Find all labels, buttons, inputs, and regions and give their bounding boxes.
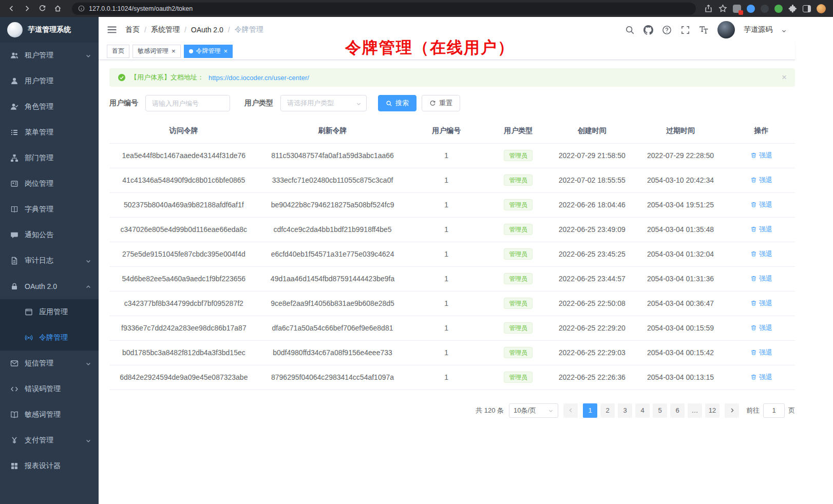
reset-button[interactable]: 重置 — [422, 95, 460, 111]
page-button[interactable]: 12 — [705, 403, 720, 418]
sidebar-item[interactable]: 审计日志 — [0, 248, 99, 274]
breadcrumb-item[interactable]: 首页 — [125, 25, 140, 34]
extension-dark-icon[interactable] — [761, 5, 769, 13]
user-type-select[interactable]: 请选择用户类型 — [280, 95, 367, 111]
page-button[interactable]: 4 — [635, 403, 650, 418]
badge-icon — [10, 180, 18, 188]
cell-actions: 强退 — [728, 266, 795, 291]
search-icon[interactable] — [625, 25, 635, 35]
goto-page-input[interactable] — [763, 403, 785, 418]
tab-item[interactable]: 敏感词管理× — [132, 45, 181, 58]
page-button[interactable]: 2 — [600, 403, 615, 418]
sidebar-item[interactable]: 租户管理 — [0, 43, 99, 68]
page-button[interactable]: 5 — [653, 403, 667, 418]
tab-item[interactable]: 首页 — [107, 45, 129, 58]
sidebar-item[interactable]: 敏感词管理 — [0, 402, 99, 428]
force-logout-button[interactable]: 强退 — [750, 373, 772, 382]
hamburger-icon[interactable] — [107, 25, 117, 35]
trash-icon — [750, 177, 757, 183]
sidebar-item[interactable]: OAuth 2.0 — [0, 274, 99, 299]
share-icon[interactable] — [704, 4, 713, 13]
font-size-icon[interactable] — [699, 25, 709, 35]
app-title: 芋道管理系统 — [28, 25, 71, 34]
cell-access-token: 502375b8040a469a9b82188afdf6af1f — [109, 192, 258, 217]
browser-extensions-area — [704, 4, 828, 13]
search-button[interactable]: 搜索 — [378, 95, 416, 111]
force-logout-button[interactable]: 强退 — [750, 274, 772, 283]
sidebar-subitem-label: 应用管理 — [39, 307, 91, 317]
sidebar-subitem[interactable]: 令牌管理 — [0, 325, 99, 351]
search-button-label: 搜索 — [395, 99, 409, 108]
page-button[interactable]: 3 — [618, 403, 632, 418]
force-logout-button[interactable]: 强退 — [750, 200, 772, 209]
chevron-down-icon[interactable] — [781, 27, 787, 33]
user-id-label: 用户编号 — [109, 99, 138, 108]
sidebar-item-label: 报表设计器 — [25, 461, 91, 471]
next-page-button[interactable] — [725, 403, 739, 418]
force-logout-button[interactable]: 强退 — [750, 249, 772, 259]
sidebar-item[interactable]: 报表设计器 — [0, 453, 99, 479]
sidebar-item[interactable]: 通知公告 — [0, 222, 99, 248]
forward-icon[interactable] — [21, 3, 33, 15]
breadcrumb-separator: / — [144, 26, 146, 34]
force-logout-button[interactable]: 强退 — [750, 176, 772, 185]
sidebar-item[interactable]: 短信管理 — [0, 351, 99, 376]
prev-page-button[interactable] — [563, 403, 578, 418]
sidebar-item[interactable]: 用户管理 — [0, 68, 99, 94]
site-info-icon[interactable] — [78, 5, 85, 12]
force-logout-button[interactable]: 强退 — [750, 348, 772, 357]
breadcrumb-item[interactable]: OAuth 2.0 — [191, 26, 223, 34]
page-size-select[interactable]: 10条/页 — [509, 403, 558, 418]
breadcrumb-item[interactable]: 系统管理 — [151, 25, 180, 34]
bookmark-star-icon[interactable] — [718, 4, 727, 13]
cell-user-type: 管理员 — [486, 340, 551, 365]
extension-green-icon[interactable] — [774, 5, 783, 13]
page-button[interactable]: 6 — [670, 403, 685, 418]
help-icon[interactable] — [662, 25, 672, 35]
force-logout-button[interactable]: 强退 — [750, 225, 772, 234]
side-panel-icon[interactable] — [803, 5, 811, 12]
cell-refresh-token: 8796295f04064c2983414cc54af1097a — [258, 365, 407, 390]
sidebar-item[interactable]: 字典管理 — [0, 197, 99, 222]
force-logout-button[interactable]: 强退 — [750, 323, 772, 333]
tab-close-icon[interactable]: × — [172, 48, 176, 54]
force-logout-button[interactable]: 强退 — [750, 299, 772, 308]
sidebar-item[interactable]: 岗位管理 — [0, 171, 99, 197]
browser-profile-avatar[interactable] — [817, 4, 826, 13]
url-bar[interactable]: 127.0.0.1:1024/system/oauth2/token — [72, 3, 696, 15]
table-row: 502375b8040a469a9b82188afdf6af1fbe90422b… — [109, 192, 795, 217]
cell-refresh-token: 49d1aa46d1454fbd87591444423be9fa — [258, 266, 407, 291]
table-row: b0d1785bc3a8482f812db4a3f3bd15ecb0df4980… — [109, 340, 795, 365]
tab-active-dot — [189, 49, 193, 53]
user-type-tag: 管理员 — [504, 150, 533, 161]
sidebar-item[interactable]: 支付管理 — [0, 428, 99, 453]
doc2-icon — [10, 411, 18, 419]
column-header: 创建时间 — [551, 119, 633, 143]
back-icon[interactable] — [5, 3, 17, 15]
extension-blue-icon[interactable] — [747, 5, 755, 13]
puzzle-extensions-icon[interactable] — [788, 4, 797, 13]
home-icon[interactable] — [51, 3, 64, 15]
alert-close-icon[interactable]: × — [782, 72, 787, 83]
user-avatar[interactable] — [717, 21, 735, 38]
page-button[interactable]: 1 — [583, 403, 597, 418]
cell-user-id: 1 — [407, 217, 486, 242]
extension-badged-icon[interactable] — [733, 5, 741, 13]
sidebar-item[interactable]: 部门管理 — [0, 145, 99, 171]
alert-doc-link[interactable]: https://doc.iocoder.cn/user-center/ — [209, 74, 309, 82]
app-logo[interactable]: 芋道管理系统 — [0, 17, 99, 43]
user-id-input[interactable] — [145, 95, 230, 111]
page-ellipsis[interactable]: … — [688, 403, 702, 418]
reload-icon[interactable] — [36, 3, 48, 15]
github-icon[interactable] — [643, 25, 653, 35]
tab-close-icon[interactable]: × — [224, 48, 228, 54]
sidebar-subitem[interactable]: 应用管理 — [0, 299, 99, 325]
cell-expire-time: 2054-03-04 01:35:48 — [633, 217, 728, 242]
tab-active[interactable]: 令牌管理× — [184, 45, 233, 58]
force-logout-button[interactable]: 强退 — [750, 151, 772, 160]
sidebar-item[interactable]: 菜单管理 — [0, 120, 99, 145]
cell-actions: 强退 — [728, 217, 795, 242]
sidebar-item[interactable]: 角色管理 — [0, 94, 99, 120]
sidebar-item[interactable]: 错误码管理 — [0, 376, 99, 402]
fullscreen-icon[interactable] — [680, 25, 690, 35]
